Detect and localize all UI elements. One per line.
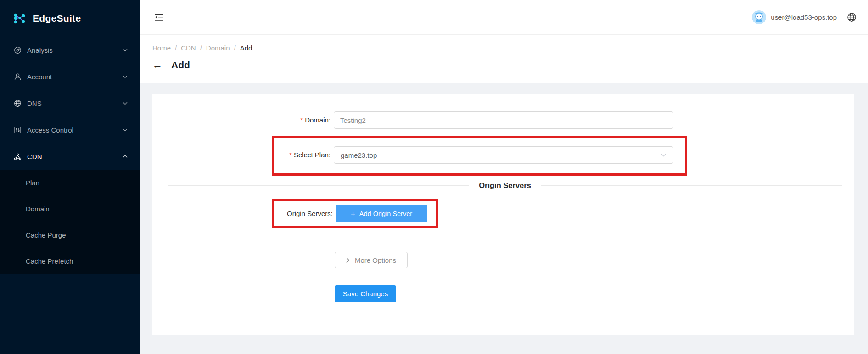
sidebar-item-cdn[interactable]: CDN [0, 143, 140, 170]
app-root: EdgeSuite Analysis [0, 0, 868, 354]
required-marker: * [300, 116, 303, 124]
more-options-button[interactable]: More Options [335, 252, 408, 268]
topbar-right: user@load53-ops.top [752, 10, 857, 24]
annotation-box-select-plan: *Select Plan: game23.top [272, 136, 687, 176]
sidebar-subitem-domain[interactable]: Domain [0, 196, 140, 222]
breadcrumb: Home / CDN / Domain / Add [152, 44, 855, 52]
analysis-icon [14, 46, 22, 54]
breadcrumb-domain[interactable]: Domain [206, 44, 230, 52]
select-plan-value: game23.top [341, 151, 377, 159]
save-changes-button[interactable]: Save Changes [335, 285, 396, 302]
chevron-down-icon [123, 128, 128, 132]
cdn-submenu: Plan Domain Cache Purge Cache Prefetch [0, 170, 140, 274]
breadcrumb-separator: / [175, 44, 177, 52]
sidebar-collapse-icon[interactable] [154, 13, 164, 22]
origin-servers-label: Origin Servers: [274, 205, 333, 222]
select-plan-dropdown[interactable]: game23.top [334, 146, 673, 164]
chevron-up-icon [123, 155, 128, 158]
chevron-right-icon [346, 257, 350, 263]
sidebar-item-analysis[interactable]: Analysis [0, 37, 140, 63]
access-control-icon [14, 126, 22, 134]
breadcrumb-home[interactable]: Home [152, 44, 171, 52]
sidebar-subitem-plan[interactable]: Plan [0, 170, 140, 196]
language-globe-icon[interactable] [847, 12, 857, 22]
sidebar-item-label: Access Control [27, 126, 123, 134]
required-marker: * [289, 151, 292, 159]
user-avatar[interactable] [752, 10, 766, 24]
breadcrumb-separator: / [200, 44, 202, 52]
sidebar-item-account[interactable]: Account [0, 63, 140, 90]
sidebar-subitem-cache-purge[interactable]: Cache Purge [0, 222, 140, 248]
page-title: Add [171, 60, 190, 71]
back-arrow-icon[interactable]: ← [152, 59, 162, 71]
domain-label: *Domain: [152, 111, 330, 129]
user-email[interactable]: user@load53-ops.top [771, 13, 837, 21]
form-card: *Domain: *Select Plan: game23.top [152, 94, 854, 335]
chevron-down-icon [123, 75, 128, 78]
title-row: ← Add [152, 59, 855, 72]
topbar: user@load53-ops.top [140, 0, 868, 35]
sidebar-menu: Analysis Account [0, 37, 140, 274]
cdn-icon [14, 153, 22, 160]
sidebar-item-access-control[interactable]: Access Control [0, 116, 140, 143]
content-area: *Domain: *Select Plan: game23.top [140, 83, 868, 354]
select-plan-label: *Select Plan: [274, 146, 330, 164]
sidebar-item-dns[interactable]: DNS [0, 90, 140, 116]
sidebar-item-label: Analysis [27, 46, 123, 54]
domain-input[interactable] [334, 111, 673, 129]
user-icon [14, 73, 22, 81]
chevron-down-icon [123, 102, 128, 105]
sidebar-item-label: Account [27, 73, 123, 81]
breadcrumb-separator: / [234, 44, 236, 52]
page-header: Home / CDN / Domain / Add ← Add [140, 35, 868, 83]
origin-servers-section-title: Origin Servers [469, 181, 541, 190]
app-logo: EdgeSuite [0, 0, 140, 37]
sidebar-item-label: CDN [27, 153, 123, 160]
sidebar: EdgeSuite Analysis [0, 0, 140, 354]
annotation-box-origin-servers: Origin Servers: + Add Origin Server [272, 199, 438, 228]
origin-servers-divider: Origin Servers [168, 178, 842, 192]
app-title: EdgeSuite [33, 13, 81, 24]
globe-icon [14, 100, 22, 107]
add-origin-server-button[interactable]: + Add Origin Server [336, 205, 427, 222]
main-area: user@load53-ops.top Home / CDN / Domain … [140, 0, 868, 354]
plus-icon: + [351, 210, 355, 218]
chevron-down-icon [123, 49, 128, 52]
edgesuite-logo-icon [12, 11, 27, 26]
sidebar-subitem-cache-prefetch[interactable]: Cache Prefetch [0, 248, 140, 274]
breadcrumb-current: Add [240, 44, 252, 52]
breadcrumb-cdn[interactable]: CDN [181, 44, 196, 52]
sidebar-item-label: DNS [27, 100, 123, 107]
chevron-down-icon [661, 153, 666, 157]
